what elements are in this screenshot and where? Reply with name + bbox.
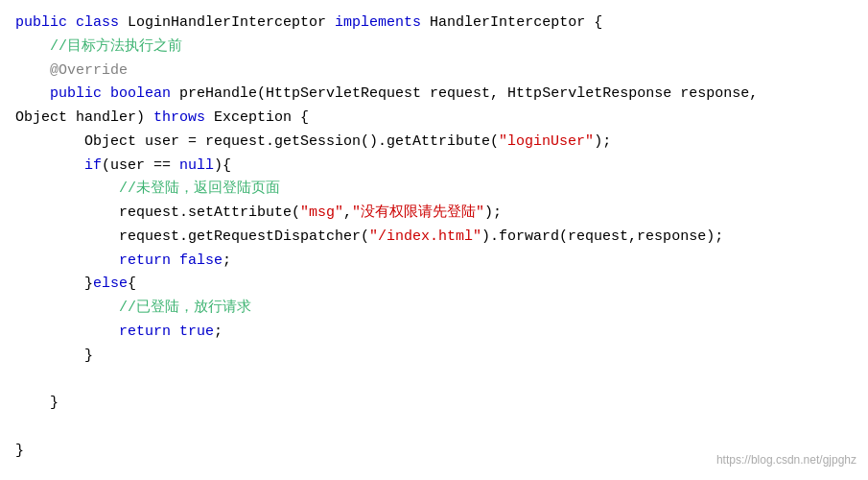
code-editor: public class LoginHandlerInterceptor imp… <box>0 0 868 480</box>
code-line-15: } <box>0 345 868 369</box>
code-line-17: } <box>0 392 868 416</box>
string-msg: "msg" <box>300 202 343 226</box>
string-loginuser: "loginUser" <box>499 131 594 155</box>
code-line-1: public class LoginHandlerInterceptor imp… <box>0 12 868 36</box>
code-line-3: @Override <box>0 60 868 84</box>
keyword-return-false: return <box>119 250 171 274</box>
code-line-2: //目标方法执行之前 <box>0 36 868 60</box>
keyword-else: else <box>93 273 128 297</box>
code-line-13: //已登陆，放行请求 <box>0 297 868 321</box>
code-line-9: request.setAttribute("msg","没有权限请先登陆"); <box>0 202 868 226</box>
comment-target-method: //目标方法执行之前 <box>50 36 182 60</box>
keyword-implements: implements <box>335 12 421 36</box>
keyword-throws: throws <box>153 107 205 131</box>
watermark: https://blog.csdn.net/gjpghz <box>716 451 856 470</box>
string-no-permission: "没有权限请先登陆" <box>352 202 484 226</box>
code-line-11: return false ; <box>0 250 868 274</box>
code-line-16 <box>0 368 868 392</box>
comment-not-logged-in: //未登陆，返回登陆页面 <box>119 178 280 202</box>
code-line-6: Object user = request.getSession().getAt… <box>0 131 868 155</box>
keyword-public: public <box>15 12 67 36</box>
code-line-12: } else { <box>0 273 868 297</box>
keyword-if: if <box>84 155 102 179</box>
code-line-5: Object handler) throws Exception { <box>0 107 868 131</box>
code-line-7: if (user == null ){ <box>0 155 868 179</box>
code-line-10: request.getRequestDispatcher("/index.htm… <box>0 226 868 250</box>
keyword-boolean: boolean <box>110 83 171 107</box>
string-index-html: "/index.html" <box>369 226 481 250</box>
keyword-public-2: public <box>50 83 102 107</box>
keyword-true: true <box>179 321 214 345</box>
keyword-return-true: return <box>119 321 171 345</box>
keyword-false: false <box>179 250 223 274</box>
code-line-14: return true ; <box>0 321 868 345</box>
annotation-override: @Override <box>50 60 128 84</box>
code-line-8: //未登陆，返回登陆页面 <box>0 178 868 202</box>
code-line-4: public boolean preHandle(HttpServletRequ… <box>0 83 868 107</box>
comment-logged-in: //已登陆，放行请求 <box>119 297 251 321</box>
keyword-class: class <box>76 12 119 36</box>
code-line-18 <box>0 416 868 440</box>
keyword-null: null <box>179 155 214 179</box>
